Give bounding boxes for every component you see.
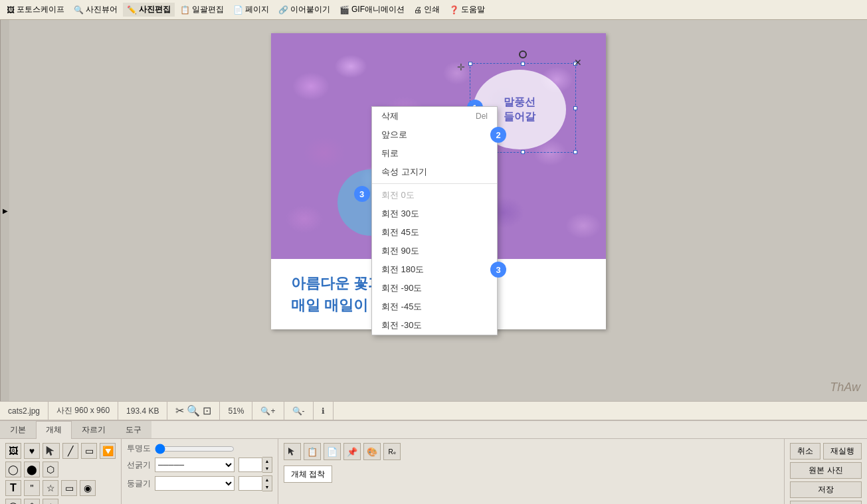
page-icon: 📄 [233,5,243,15]
obj-color-btn[interactable]: 🎨 [363,443,381,460]
cursor-tool-btn[interactable] [43,443,60,459]
rotate0-label: 회전 0도 [381,189,415,201]
backward-label: 뒤로 [381,147,399,159]
menu-page[interactable]: 📄 페이지 [229,3,273,17]
menu-button[interactable]: 메뉴 [790,501,862,504]
photo-viewer-icon: 🔍 [74,5,84,15]
menu-photoscapescape[interactable]: 🖼 포토스케이프 [3,3,68,17]
statusbar-zoom-in[interactable]: 🔍+ [252,402,284,420]
tab-basic[interactable]: 기본 [0,421,36,438]
context-menu: 삭제 Del 앞으로 2 뒤로 속성 고지기 회전 0도 회전 30도 [371,106,498,335]
redo-button[interactable]: 재실행 [823,443,862,460]
context-menu-rotate45[interactable]: 회전 45도 [372,223,497,242]
rounding-value[interactable]: 32 [239,476,262,491]
canvas-area[interactable]: 말풍선 들어갈 ✛ ✕ [9,20,867,401]
context-menu-rotate-45[interactable]: 회전 -45도 [372,297,497,316]
rotate180-label: 회전 180도 [381,264,424,276]
side-panel-toggle[interactable]: ▶ [0,20,9,401]
ellipse-tool-btn[interactable]: ◯ [5,462,21,477]
dropper-tool-btn[interactable]: 🔽 [100,443,116,459]
menu-photo-viewer[interactable]: 🔍 사진뷰어 [70,3,122,17]
rect-tool-btn[interactable]: ▭ [81,443,97,459]
menu-help[interactable]: ❓ 도움말 [445,3,489,17]
context-menu-rotate-30[interactable]: 회전 -30도 [372,316,497,335]
obj-paste-btn[interactable]: 📌 [343,443,361,460]
help-icon: ❓ [449,5,459,15]
snap-button[interactable]: 개체 접착 [284,465,332,483]
statusbar-filesize: 193.4 KB [118,402,167,420]
action-buttons: 취소 재실행 원본 사진 저장 메뉴 [784,439,867,504]
context-menu-delete[interactable]: 삭제 Del [372,107,497,126]
circle2-tool-btn[interactable]: ◉ [80,480,96,496]
context-menu-forward[interactable]: 앞으로 2 [372,126,497,144]
text-tool-btn[interactable]: T [5,480,21,496]
tool-right-top: 📋 📄 📌 🎨 Rₑ [284,443,779,460]
menu-print[interactable]: 🖨 인쇄 [410,3,444,17]
selection-down[interactable]: ▼ [262,465,272,472]
selection-value[interactable]: 2 [239,458,262,472]
tab-tools[interactable]: 도구 [116,421,151,438]
tool-center: 투명도 선굵기 ───── 2 ▲ ▼ [121,439,278,504]
rotate90-label: 회전 90도 [381,245,419,257]
transparency-slider[interactable] [155,444,235,454]
obj-add-btn[interactable]: 📋 [304,443,321,460]
zoom-out-btn-icon: 🔍- [292,406,305,416]
context-menu-rotate90[interactable]: 회전 90도 [372,242,497,260]
statusbar-filename: cats2.jpg [0,402,48,420]
zoom-fit-icon[interactable]: ⊡ [203,404,211,417]
hex-tool-btn[interactable]: ⬡ [43,462,58,477]
statusbar-dimensions: 사진 960 x 960 [48,402,118,420]
crop-icon[interactable]: ✂ [175,404,184,417]
original-photo-button[interactable]: 원본 사진 [790,462,862,479]
star-tool-btn[interactable]: ☆ [43,480,58,496]
batch-edit-icon: 📋 [180,5,190,15]
cancel-button[interactable]: 취소 [790,443,820,460]
quote-tool-btn[interactable]: " [24,480,40,496]
context-menu-properties[interactable]: 속성 고지기 [372,163,497,181]
bottom-panel: 기본 개체 자르기 도구 🖼 ♥ ╱ ▭ 🔽 ◯ ⬤ ⬡ [0,420,867,504]
obj-copy-btn[interactable]: 📄 [324,443,341,460]
context-menu-rotate-90[interactable]: 회전 -90도 [372,279,497,297]
circle-tool-btn[interactable]: ⬤ [24,462,40,477]
save-button[interactable]: 저장 [790,481,862,498]
rotate-30-label: 회전 -30도 [381,319,422,331]
menu-photo-edit[interactable]: ✏️ 사진편집 [123,3,175,17]
statusbar-info[interactable]: ℹ [314,402,334,420]
badge-3-menu: 3 [490,262,506,278]
pentagon-tool-btn[interactable]: ⬠ [24,499,40,504]
print-icon: 🖨 [414,5,422,15]
tab-object[interactable]: 개체 [36,421,72,439]
watermark: ThAw [830,380,860,394]
info-icon: ℹ [322,406,325,416]
context-menu-backward[interactable]: 뒤로 [372,144,497,163]
rotate-90-label: 회전 -90도 [381,282,422,294]
select-arrow-btn[interactable] [284,443,301,460]
rounded-rect-btn[interactable]: ▭ [61,480,77,496]
ellipse2-tool-btn[interactable]: ◯ [5,499,21,504]
obj-reset-btn[interactable]: Rₑ [383,443,401,460]
slider-container [155,444,235,454]
line-style-select[interactable]: ───── [155,458,235,472]
rotate30-label: 회전 30도 [381,208,419,220]
rounding-up[interactable]: ▲ [262,476,272,483]
selection-up[interactable]: ▲ [262,458,272,465]
heart-tool-btn[interactable]: ♥ [24,443,40,459]
context-menu-rotate180[interactable]: 회전 180도 3 [372,260,497,279]
context-menu-rotate0[interactable]: 회전 0도 [372,186,497,205]
zoom-in-icon: 🔍+ [260,406,275,416]
color-select[interactable] [155,476,235,491]
statusbar-icons: ✂ 🔍 ⊡ [167,402,220,420]
menu-stitch[interactable]: 🔗 이어붙이기 [274,3,334,17]
context-menu-rotate30[interactable]: 회전 30도 [372,205,497,223]
menu-batch-edit[interactable]: 📋 일괄편집 [176,3,228,17]
stitch-icon: 🔗 [278,5,288,15]
menu-gif[interactable]: 🎬 GIF애니메이션 [336,3,409,17]
rounding-down[interactable]: ▼ [262,483,272,491]
star2-tool-btn[interactable]: ☆ [43,499,58,504]
zoom-out-icon[interactable]: 🔍 [187,404,200,417]
tab-crop[interactable]: 자르기 [72,421,116,438]
line-tool-btn[interactable]: ╱ [62,443,78,459]
image-tool-btn[interactable]: 🖼 [5,443,21,459]
statusbar-zoom-out-btn[interactable]: 🔍- [284,402,314,420]
rounding-label: 둥글기 [127,478,151,489]
